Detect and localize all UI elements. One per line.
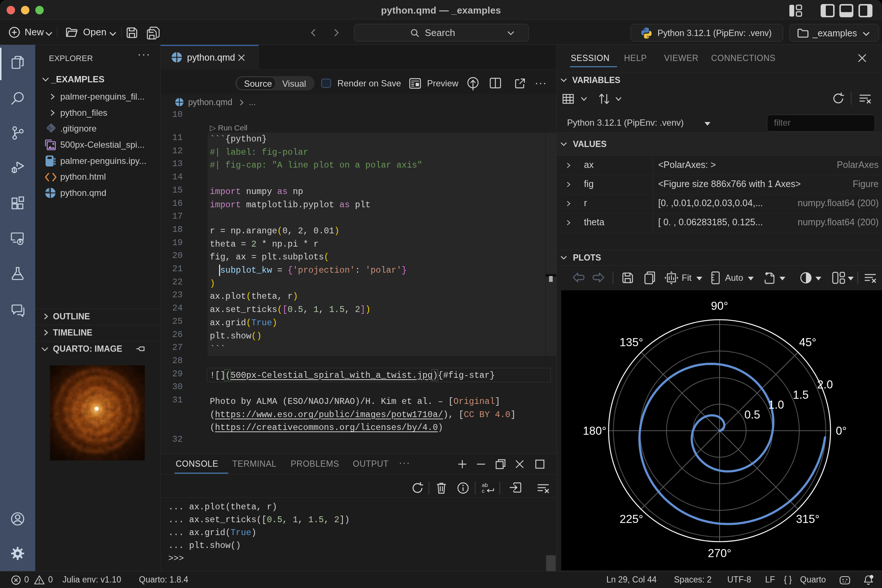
svg-text:180°: 180° [583,424,606,437]
svg-text:315°: 315° [796,513,819,525]
svg-text:1.0: 1.0 [768,398,784,411]
svg-text:90°: 90° [711,300,728,312]
svg-text:0.5: 0.5 [744,408,760,421]
svg-text:225°: 225° [620,513,643,525]
svg-text:c: c [482,488,485,494]
svg-text:0°: 0° [836,424,847,437]
svg-text:270°: 270° [708,547,731,560]
svg-text:135°: 135° [620,336,643,349]
svg-text:ab: ab [482,482,488,488]
svg-text:45°: 45° [800,336,817,349]
svg-text:1.5: 1.5 [793,388,808,401]
svg-text:2.0: 2.0 [817,378,833,391]
